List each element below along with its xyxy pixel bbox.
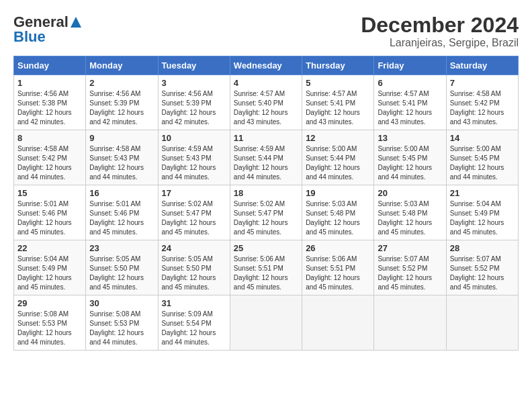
day-number: 29 (17, 298, 82, 308)
header-tuesday: Tuesday (158, 56, 230, 75)
day-number: 14 (450, 133, 515, 143)
header-monday: Monday (86, 56, 158, 75)
day-number: 5 (306, 78, 370, 88)
week-row-2: 8Sunrise: 4:58 AMSunset: 5:42 PMDaylight… (14, 130, 519, 185)
calendar-cell (302, 295, 374, 351)
day-info: Sunrise: 5:04 AMSunset: 5:49 PMDaylight:… (450, 199, 515, 237)
calendar-cell: 29Sunrise: 5:08 AMSunset: 5:53 PMDayligh… (14, 295, 86, 351)
day-number: 24 (162, 243, 226, 253)
title-area: December 2024 Laranjeiras, Sergipe, Braz… (361, 13, 519, 49)
calendar-cell: 3Sunrise: 4:56 AMSunset: 5:39 PMDaylight… (158, 75, 230, 130)
day-info: Sunrise: 5:06 AMSunset: 5:51 PMDaylight:… (306, 255, 370, 292)
page-header: General Blue December 2024 Laranjeiras, … (13, 13, 519, 49)
day-number: 6 (378, 78, 442, 88)
day-number: 31 (162, 298, 226, 308)
day-info: Sunrise: 5:05 AMSunset: 5:50 PMDaylight:… (162, 255, 226, 292)
month-title: December 2024 (361, 13, 519, 37)
day-number: 13 (378, 133, 442, 143)
calendar-cell: 10Sunrise: 4:59 AMSunset: 5:43 PMDayligh… (158, 130, 230, 185)
calendar-cell: 13Sunrise: 5:00 AMSunset: 5:45 PMDayligh… (374, 130, 446, 185)
week-row-1: 1Sunrise: 4:56 AMSunset: 5:38 PMDaylight… (14, 75, 519, 130)
day-info: Sunrise: 5:01 AMSunset: 5:46 PMDaylight:… (89, 199, 154, 237)
logo-icon (69, 15, 83, 29)
day-info: Sunrise: 5:05 AMSunset: 5:50 PMDaylight:… (89, 255, 154, 292)
calendar-cell (230, 295, 302, 351)
day-info: Sunrise: 5:06 AMSunset: 5:51 PMDaylight:… (234, 255, 298, 292)
day-number: 17 (162, 188, 226, 198)
calendar-cell: 23Sunrise: 5:05 AMSunset: 5:50 PMDayligh… (86, 240, 158, 295)
calendar-cell: 20Sunrise: 5:03 AMSunset: 5:48 PMDayligh… (374, 185, 446, 240)
calendar-table: SundayMondayTuesdayWednesdayThursdayFrid… (13, 56, 519, 351)
calendar-cell: 14Sunrise: 5:00 AMSunset: 5:45 PMDayligh… (446, 130, 518, 185)
day-info: Sunrise: 4:57 AMSunset: 5:41 PMDaylight:… (306, 89, 370, 127)
logo: General Blue (13, 13, 83, 46)
calendar-cell: 25Sunrise: 5:06 AMSunset: 5:51 PMDayligh… (230, 240, 302, 295)
header-thursday: Thursday (302, 56, 374, 75)
week-row-5: 29Sunrise: 5:08 AMSunset: 5:53 PMDayligh… (14, 295, 519, 351)
day-info: Sunrise: 5:07 AMSunset: 5:52 PMDaylight:… (378, 255, 442, 292)
day-info: Sunrise: 5:03 AMSunset: 5:48 PMDaylight:… (378, 199, 442, 237)
day-info: Sunrise: 4:58 AMSunset: 5:42 PMDaylight:… (17, 144, 82, 182)
day-number: 3 (162, 78, 226, 88)
day-number: 21 (450, 188, 515, 198)
calendar-cell: 7Sunrise: 4:58 AMSunset: 5:42 PMDaylight… (446, 75, 518, 130)
day-info: Sunrise: 4:56 AMSunset: 5:38 PMDaylight:… (17, 89, 82, 127)
header-saturday: Saturday (446, 56, 518, 75)
svg-marker-0 (71, 17, 81, 28)
calendar-cell: 28Sunrise: 5:07 AMSunset: 5:52 PMDayligh… (446, 240, 518, 295)
week-row-4: 22Sunrise: 5:04 AMSunset: 5:49 PMDayligh… (14, 240, 519, 295)
day-number: 8 (17, 133, 82, 143)
calendar-cell: 18Sunrise: 5:02 AMSunset: 5:47 PMDayligh… (230, 185, 302, 240)
calendar-cell: 6Sunrise: 4:57 AMSunset: 5:41 PMDaylight… (374, 75, 446, 130)
day-info: Sunrise: 4:59 AMSunset: 5:43 PMDaylight:… (162, 144, 226, 182)
day-info: Sunrise: 5:07 AMSunset: 5:52 PMDaylight:… (450, 255, 515, 292)
calendar-cell: 8Sunrise: 4:58 AMSunset: 5:42 PMDaylight… (14, 130, 86, 185)
calendar-cell: 5Sunrise: 4:57 AMSunset: 5:41 PMDaylight… (302, 75, 374, 130)
day-info: Sunrise: 4:59 AMSunset: 5:44 PMDaylight:… (234, 144, 298, 182)
day-info: Sunrise: 5:00 AMSunset: 5:45 PMDaylight:… (450, 144, 515, 182)
day-info: Sunrise: 5:04 AMSunset: 5:49 PMDaylight:… (17, 255, 82, 292)
day-number: 2 (89, 78, 154, 88)
day-info: Sunrise: 4:56 AMSunset: 5:39 PMDaylight:… (162, 89, 226, 127)
day-info: Sunrise: 5:02 AMSunset: 5:47 PMDaylight:… (162, 199, 226, 237)
header-wednesday: Wednesday (230, 56, 302, 75)
week-row-3: 15Sunrise: 5:01 AMSunset: 5:46 PMDayligh… (14, 185, 519, 240)
header-row: SundayMondayTuesdayWednesdayThursdayFrid… (14, 56, 519, 75)
calendar-cell: 2Sunrise: 4:56 AMSunset: 5:39 PMDaylight… (86, 75, 158, 130)
day-number: 20 (378, 188, 442, 198)
calendar-cell: 19Sunrise: 5:03 AMSunset: 5:48 PMDayligh… (302, 185, 374, 240)
day-info: Sunrise: 4:57 AMSunset: 5:40 PMDaylight:… (234, 89, 298, 127)
day-info: Sunrise: 4:57 AMSunset: 5:41 PMDaylight:… (378, 89, 442, 127)
calendar-cell: 26Sunrise: 5:06 AMSunset: 5:51 PMDayligh… (302, 240, 374, 295)
day-number: 1 (17, 78, 82, 88)
day-number: 25 (234, 243, 298, 253)
day-info: Sunrise: 4:58 AMSunset: 5:42 PMDaylight:… (450, 89, 515, 127)
day-info: Sunrise: 5:00 AMSunset: 5:44 PMDaylight:… (306, 144, 370, 182)
day-number: 30 (89, 298, 154, 308)
calendar-cell: 27Sunrise: 5:07 AMSunset: 5:52 PMDayligh… (374, 240, 446, 295)
day-info: Sunrise: 5:00 AMSunset: 5:45 PMDaylight:… (378, 144, 442, 182)
day-number: 7 (450, 78, 515, 88)
calendar-cell: 30Sunrise: 5:08 AMSunset: 5:53 PMDayligh… (86, 295, 158, 351)
day-info: Sunrise: 5:01 AMSunset: 5:46 PMDaylight:… (17, 199, 82, 237)
calendar-cell: 31Sunrise: 5:09 AMSunset: 5:54 PMDayligh… (158, 295, 230, 351)
calendar-cell: 22Sunrise: 5:04 AMSunset: 5:49 PMDayligh… (14, 240, 86, 295)
day-info: Sunrise: 5:02 AMSunset: 5:47 PMDaylight:… (234, 199, 298, 237)
calendar-cell: 16Sunrise: 5:01 AMSunset: 5:46 PMDayligh… (86, 185, 158, 240)
day-info: Sunrise: 5:08 AMSunset: 5:53 PMDaylight:… (89, 310, 154, 347)
calendar-cell: 15Sunrise: 5:01 AMSunset: 5:46 PMDayligh… (14, 185, 86, 240)
calendar-cell: 4Sunrise: 4:57 AMSunset: 5:40 PMDaylight… (230, 75, 302, 130)
header-friday: Friday (374, 56, 446, 75)
day-number: 9 (89, 133, 154, 143)
day-number: 27 (378, 243, 442, 253)
day-info: Sunrise: 4:58 AMSunset: 5:43 PMDaylight:… (89, 144, 154, 182)
calendar-cell: 9Sunrise: 4:58 AMSunset: 5:43 PMDaylight… (86, 130, 158, 185)
day-number: 18 (234, 188, 298, 198)
location-text: Laranjeiras, Sergipe, Brazil (361, 37, 519, 49)
calendar-cell (446, 295, 518, 351)
day-info: Sunrise: 5:03 AMSunset: 5:48 PMDaylight:… (306, 199, 370, 237)
day-number: 11 (234, 133, 298, 143)
calendar-cell: 11Sunrise: 4:59 AMSunset: 5:44 PMDayligh… (230, 130, 302, 185)
header-sunday: Sunday (14, 56, 86, 75)
day-info: Sunrise: 4:56 AMSunset: 5:39 PMDaylight:… (89, 89, 154, 127)
